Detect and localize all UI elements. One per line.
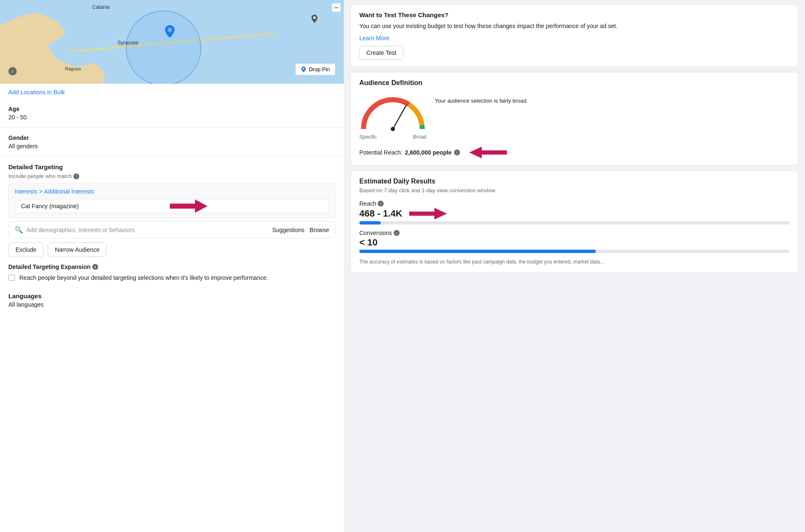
map-container: Catania Syracuse Ragusa ✓ i Drop Pin – bbox=[0, 0, 344, 84]
reach-arrow bbox=[469, 147, 507, 158]
age-section: Age 20 - 50 bbox=[0, 101, 344, 126]
reach-value-pink-arrow bbox=[409, 208, 447, 220]
breadcrumb-separator: > bbox=[39, 188, 42, 195]
reach-metric: Reach i 468 - 1.4K bbox=[359, 200, 789, 225]
svg-line-5 bbox=[393, 105, 406, 129]
gauge-svg bbox=[359, 93, 426, 131]
map-minimize-button[interactable]: – bbox=[332, 3, 340, 12]
browse-link[interactable]: Browse bbox=[309, 227, 329, 233]
conversions-label: Conversions i bbox=[359, 230, 789, 236]
map-pin-blue: ✓ bbox=[164, 25, 176, 38]
svg-marker-8 bbox=[409, 208, 447, 220]
right-panel: Want to Test These Changes? You can use … bbox=[344, 0, 805, 532]
expansion-title: Detailed Targeting Expansion i bbox=[8, 263, 335, 270]
svg-point-6 bbox=[391, 127, 395, 131]
conversions-metric: Conversions i < 10 bbox=[359, 230, 789, 253]
test-card-title: Want to Test These Changes? bbox=[359, 11, 789, 18]
expansion-title-text: Detailed Targeting Expansion bbox=[8, 263, 91, 270]
interests-box: Interests > Additional Interests Cat Fan… bbox=[8, 183, 335, 218]
conversions-progress-bg bbox=[359, 250, 789, 253]
narrow-audience-button[interactable]: Narrow Audience bbox=[48, 243, 107, 257]
expansion-checkbox[interactable] bbox=[8, 274, 15, 281]
include-people-row: Include people who match i bbox=[8, 173, 335, 179]
map-label-syracuse: Syracuse bbox=[117, 40, 138, 46]
include-label: Include people who match bbox=[8, 173, 72, 179]
svg-point-3 bbox=[303, 68, 304, 70]
potential-reach-row: Potential Reach: 2,600,000 people i bbox=[359, 147, 789, 158]
left-panel: Catania Syracuse Ragusa ✓ i Drop Pin – A… bbox=[0, 0, 344, 532]
conversions-label-text: Conversions bbox=[359, 230, 392, 236]
gauge-broad-label: Broad bbox=[413, 134, 426, 140]
reach-progress-bg bbox=[359, 221, 789, 225]
additional-interests-link[interactable]: Additional Interests bbox=[44, 188, 94, 195]
targeting-header: Detailed Targeting bbox=[8, 163, 335, 170]
reach-label-text: Reach bbox=[359, 200, 376, 207]
suggestions-link[interactable]: Suggestions bbox=[272, 227, 304, 233]
learn-more-link[interactable]: Learn More bbox=[359, 35, 789, 41]
results-title: Estimated Daily Results bbox=[359, 178, 789, 185]
drop-pin-button[interactable]: Drop Pin bbox=[295, 63, 335, 75]
results-description: Based on 7-day click and 1-day view conv… bbox=[359, 187, 789, 194]
map-label-ragusa: Ragusa bbox=[65, 66, 81, 71]
gender-value: All genders bbox=[8, 143, 335, 150]
expansion-description: Reach people beyond your detailed target… bbox=[19, 274, 268, 282]
languages-section: Languages All languages bbox=[8, 289, 335, 311]
potential-reach-info-icon[interactable]: i bbox=[454, 150, 460, 155]
svg-text:✓: ✓ bbox=[168, 28, 171, 32]
search-row[interactable]: 🔍 Add demographics, interests or behavio… bbox=[8, 221, 335, 238]
potential-reach-label: Potential Reach: bbox=[359, 149, 402, 156]
conversions-value: < 10 bbox=[359, 237, 789, 248]
age-value: 20 - 50 bbox=[8, 114, 335, 121]
conversions-label-info-icon[interactable]: i bbox=[394, 230, 400, 236]
accuracy-note: The accuracy of estimates is based on fa… bbox=[359, 258, 789, 266]
gauge-description: Your audience selection is fairly broad. bbox=[435, 93, 528, 105]
languages-value: All languages bbox=[8, 301, 335, 308]
interests-breadcrumb: Interests > Additional Interests bbox=[15, 188, 329, 195]
add-locations-link[interactable]: Add Locations in Bulk bbox=[0, 84, 344, 101]
gauge-row: Specific Broad Your audience selection i… bbox=[359, 93, 789, 140]
tag-arrow-indicator bbox=[170, 199, 208, 213]
map-pin-small bbox=[310, 15, 319, 23]
detailed-targeting-section: Detailed Targeting Include people who ma… bbox=[0, 158, 344, 316]
reach-progress-fill bbox=[359, 221, 381, 225]
svg-marker-7 bbox=[469, 147, 507, 158]
gender-label: Gender bbox=[8, 134, 335, 141]
potential-reach-value: 2,600,000 people bbox=[405, 149, 452, 156]
reach-label-info-icon[interactable]: i bbox=[378, 201, 384, 207]
audience-definition-card: Audience Definition Specific Broad Your … bbox=[351, 72, 798, 165]
audience-def-title: Audience Definition bbox=[359, 79, 789, 87]
create-test-button[interactable]: Create Test bbox=[359, 46, 403, 60]
languages-label: Languages bbox=[8, 292, 335, 300]
test-card-description: You can use your existing budget to test… bbox=[359, 22, 789, 31]
reach-value: 468 - 1.4K bbox=[359, 208, 402, 219]
search-placeholder: Add demographics, interests or behaviors bbox=[26, 227, 269, 233]
map-info-icon[interactable]: i bbox=[8, 67, 17, 75]
gauge-specific-label: Specific bbox=[359, 134, 377, 140]
exclude-button[interactable]: Exclude bbox=[8, 243, 44, 257]
svg-point-2 bbox=[313, 16, 316, 19]
gender-section: Gender All genders bbox=[0, 129, 344, 155]
test-card: Want to Test These Changes? You can use … bbox=[351, 4, 798, 67]
include-info-icon[interactable]: i bbox=[73, 173, 79, 179]
map-label-catania: Catania bbox=[92, 4, 109, 10]
expansion-section: Detailed Targeting Expansion i Reach peo… bbox=[8, 263, 335, 282]
conversions-progress-fill bbox=[359, 250, 596, 253]
expansion-info-icon[interactable]: i bbox=[92, 264, 98, 270]
interests-link[interactable]: Interests bbox=[15, 188, 37, 195]
reach-value-arrow bbox=[409, 208, 447, 220]
gauge-labels: Specific Broad bbox=[359, 134, 426, 140]
reach-pink-arrow bbox=[469, 147, 507, 158]
age-label: Age bbox=[8, 106, 335, 112]
pin-icon bbox=[301, 67, 306, 72]
interest-tag-row: Cat Fancy (magazine) bbox=[15, 199, 329, 213]
reach-label: Reach i bbox=[359, 200, 789, 207]
reach-value-row: 468 - 1.4K bbox=[359, 208, 789, 220]
daily-results-card: Estimated Daily Results Based on 7-day c… bbox=[351, 170, 798, 273]
search-icon: 🔍 bbox=[15, 226, 23, 234]
action-buttons-row: Exclude Narrow Audience bbox=[8, 243, 335, 257]
tag-pink-arrow bbox=[170, 199, 208, 213]
svg-marker-4 bbox=[170, 199, 208, 213]
search-actions: Suggestions Browse bbox=[272, 227, 329, 233]
map-circle bbox=[126, 10, 201, 84]
gauge-section: Specific Broad bbox=[359, 93, 426, 140]
